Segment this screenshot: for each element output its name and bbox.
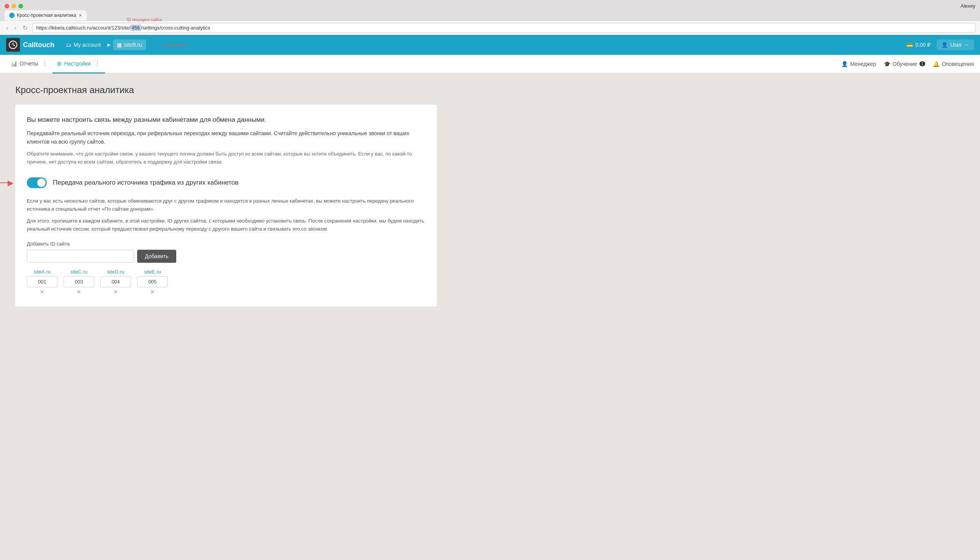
address-bar[interactable]: https://lkbeta.calltouch.ru/account/123/… (32, 23, 975, 33)
browser-addressbar: ‹ › ↻ https://lkbeta.calltouch.ru/accoun… (0, 20, 980, 35)
back-button[interactable]: ‹ (5, 25, 10, 32)
site-id-box: 004 (100, 276, 131, 287)
tab-title: Кросс-проектная аналитика (17, 13, 76, 18)
notifications-label: Оповещения (942, 61, 974, 67)
site-id-box: 003 (63, 276, 94, 287)
browser-username: Alexey (960, 3, 975, 9)
manager-label: Менеджер (850, 61, 876, 67)
app-logo: Calltouch (6, 38, 54, 52)
education-item[interactable]: 🎓 Обучение 1 (884, 61, 926, 67)
education-badge: 1 (920, 61, 926, 66)
url-suffix: /settings/cross-cutting-analytics (141, 25, 210, 31)
close-button[interactable] (5, 4, 9, 8)
site-remove-button[interactable]: ✕ (77, 289, 81, 295)
nav-arrow: ▶ (107, 42, 111, 47)
site-remove-button[interactable]: ✕ (150, 289, 155, 295)
manager-item[interactable]: 👤 Менеджер (841, 61, 876, 67)
card-para1: Передавайте реальный источник перехода, … (27, 129, 425, 146)
active-tab[interactable]: Кросс-проектная аналитика ✕ (5, 10, 87, 20)
add-site-section: Добавить ID сайта Добавить siteA.ru 001 … (27, 241, 425, 295)
logo-text: Calltouch (23, 41, 54, 49)
arrow-line (163, 45, 186, 45)
reports-dots[interactable]: ⋮ (42, 60, 48, 67)
traffic-toggle[interactable] (27, 177, 47, 188)
site-id-box: 001 (27, 276, 57, 287)
notifications-item[interactable]: 🔔 Оповещения (933, 61, 974, 67)
traffic-lights (5, 4, 23, 8)
my-account-nav[interactable]: 🗂 My account (62, 40, 105, 50)
education-icon: 🎓 (884, 61, 890, 67)
site-card: siteC.ru 003 ✕ (63, 269, 94, 295)
arrow-line-left (0, 182, 8, 183)
site-name-label: siteB.ru (124, 42, 142, 48)
card-intro: Вы можете настроить связь между разными … (27, 116, 425, 166)
balance-value: 0.00 ₽ (915, 42, 931, 48)
refresh-button[interactable]: ↻ (21, 24, 29, 32)
user-icon: 👤 (941, 42, 948, 48)
add-site-input-row: Добавить (27, 250, 425, 263)
add-site-button[interactable]: Добавить (137, 250, 176, 263)
logo-icon (6, 38, 20, 52)
sites-grid: siteA.ru 001 ✕ siteC.ru 003 ✕ siteD.ru 0… (27, 269, 425, 295)
manager-icon: 👤 (841, 61, 848, 67)
header-arrow-annotation: ← (150, 40, 159, 50)
settings-icon: ⊞ (57, 60, 62, 67)
site-card-name: siteD.ru (107, 269, 125, 275)
tab-close-icon[interactable]: ✕ (78, 13, 82, 18)
card-para2: Обратите внимание, что для настройки свя… (27, 150, 425, 166)
url-id: 456 (130, 25, 141, 31)
forward-button[interactable]: › (13, 25, 18, 32)
site-card-name: siteA.ru (34, 269, 50, 275)
header-nav: 🗂 My account ▶ ▦ siteB.ru ← (62, 40, 186, 50)
browser-chrome: Alexey Кросс-проектная аналитика ✕ ‹ › ↻… (0, 0, 980, 35)
app-header: Calltouch 🗂 My account ▶ ▦ siteB.ru ← 💳 … (0, 35, 980, 55)
briefcase-icon: 🗂 (66, 42, 71, 48)
reports-icon: 📊 (11, 60, 17, 67)
my-account-label: My account (73, 42, 101, 48)
balance-item[interactable]: 💳 0.00 ₽ (907, 42, 931, 48)
wallet-icon: 💳 (907, 42, 913, 48)
maximize-button[interactable] (18, 4, 23, 8)
toggle-label: Передача реального источника трафика из … (53, 179, 238, 187)
site-id-box: 005 (137, 276, 168, 287)
card-heading: Вы можете настроить связь между разными … (27, 116, 425, 124)
toggle-desc1: Если у вас есть несколько сайтов, которы… (27, 197, 425, 213)
sub-nav: 📊 Отчеты ⋮ ⊞ Настройки ⋮ 👤 Менеджер 🎓 Об… (0, 55, 980, 73)
add-site-label: Добавить ID сайта (27, 241, 425, 247)
education-label: Обучение (893, 61, 917, 67)
site-id-tooltip: ID текущего сайта (127, 17, 162, 22)
main-content: Кросс-проектная аналитика Вы можете наст… (0, 73, 980, 560)
site-remove-button[interactable]: ✕ (40, 289, 45, 295)
reports-nav-item[interactable]: 📊 Отчеты ⋮ (6, 54, 52, 73)
site-nav[interactable]: ▦ siteB.ru (113, 40, 146, 50)
site-remove-button[interactable]: ✕ (113, 289, 118, 295)
site-icon: ▦ (117, 42, 122, 48)
browser-titlebar: Alexey (0, 0, 980, 10)
tab-favicon (9, 13, 15, 18)
bell-icon: 🔔 (933, 61, 939, 67)
site-id-input[interactable] (27, 250, 134, 263)
header-right: 💳 0.00 ₽ 👤 User → (907, 40, 974, 50)
sub-nav-right: 👤 Менеджер 🎓 Обучение 1 🔔 Оповещения (841, 61, 974, 67)
settings-label: Настройки (64, 60, 90, 67)
content-card: Вы можете настроить связь между разными … (15, 105, 437, 307)
minimize-button[interactable] (12, 4, 16, 8)
toggle-desc2: Для этого, пропишите в каждом кабинете, … (27, 217, 425, 233)
settings-dots[interactable]: ⋮ (94, 60, 100, 67)
user-label: User (950, 42, 962, 48)
toggle-section: ▶ Передача реального источника трафика и… (27, 177, 425, 188)
site-card: siteA.ru 001 ✕ (27, 269, 57, 295)
page-title: Кросс-проектная аналитика (15, 85, 965, 95)
reports-label: Отчеты (20, 60, 38, 67)
url-prefix: https://lkbeta.calltouch.ru/account/123/… (37, 25, 131, 31)
user-arrow-icon: → (964, 42, 969, 48)
user-item[interactable]: 👤 User → (937, 40, 974, 50)
site-card: siteD.ru 004 ✕ (100, 269, 131, 295)
settings-nav-item[interactable]: ⊞ Настройки ⋮ (52, 54, 105, 73)
site-card-name: siteE.ru (144, 269, 161, 275)
toggle-slider (27, 177, 47, 188)
left-arrow-annotation: ▶ (0, 179, 13, 187)
site-card: siteE.ru 005 ✕ (137, 269, 168, 295)
url-id-wrapper: 456 ID текущего сайта (130, 25, 141, 31)
toggle-description: Если у вас есть несколько сайтов, которы… (27, 197, 425, 233)
